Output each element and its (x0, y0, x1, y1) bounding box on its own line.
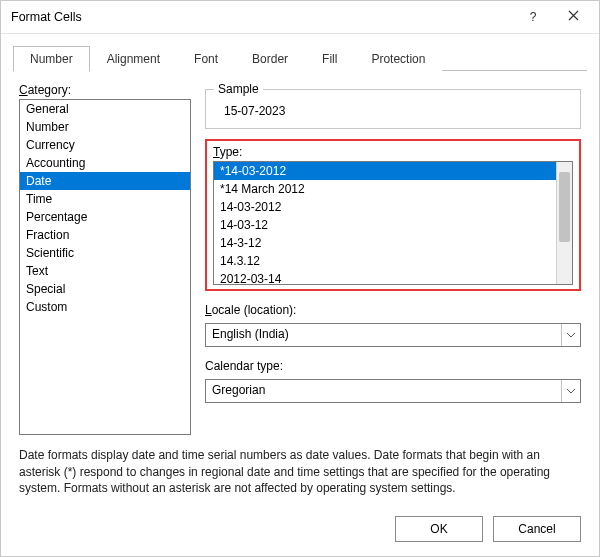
type-item[interactable]: 14-03-12 (214, 216, 556, 234)
close-icon (568, 10, 579, 24)
help-button[interactable]: ? (513, 3, 553, 31)
category-item-fraction[interactable]: Fraction (20, 226, 190, 244)
locale-label: Locale (location): (205, 303, 581, 317)
tab-number[interactable]: Number (13, 46, 90, 72)
type-item[interactable]: 14.3.12 (214, 252, 556, 270)
format-cells-dialog: Format Cells ? Number Alignment Font Bor… (0, 0, 600, 557)
category-item-number[interactable]: Number (20, 118, 190, 136)
category-item-text[interactable]: Text (20, 262, 190, 280)
type-label: Type: (213, 145, 573, 159)
category-item-accounting[interactable]: Accounting (20, 154, 190, 172)
dialog-buttons: OK Cancel (1, 506, 599, 556)
type-items: *14-03-2012 *14 March 2012 14-03-2012 14… (214, 162, 556, 284)
type-list[interactable]: *14-03-2012 *14 March 2012 14-03-2012 14… (213, 161, 573, 285)
category-item-general[interactable]: General (20, 100, 190, 118)
type-item[interactable]: 2012-03-14 (214, 270, 556, 285)
type-item[interactable]: 14-3-12 (214, 234, 556, 252)
type-scrollbar[interactable] (556, 162, 572, 284)
type-item[interactable]: *14 March 2012 (214, 180, 556, 198)
category-item-custom[interactable]: Custom (20, 298, 190, 316)
tabstrip: Number Alignment Font Border Fill Protec… (1, 34, 599, 71)
help-icon: ? (530, 10, 537, 24)
type-highlight: Type: *14-03-2012 *14 March 2012 14-03-2… (205, 139, 581, 291)
category-list[interactable]: General Number Currency Accounting Date … (19, 99, 191, 435)
tab-alignment[interactable]: Alignment (90, 46, 177, 71)
calendar-value: Gregorian (206, 380, 561, 402)
ok-button[interactable]: OK (395, 516, 483, 542)
category-item-date[interactable]: Date (20, 172, 190, 190)
titlebar: Format Cells ? (1, 1, 599, 34)
format-description: Date formats display date and time seria… (19, 447, 581, 496)
details-panel: Sample 15-07-2023 Type: *14-03-2012 *14 … (205, 83, 581, 435)
tab-font[interactable]: Font (177, 46, 235, 71)
tab-protection[interactable]: Protection (354, 46, 442, 71)
calendar-combo[interactable]: Gregorian (205, 379, 581, 403)
content-area: Category: General Number Currency Accoun… (19, 83, 581, 435)
category-item-scientific[interactable]: Scientific (20, 244, 190, 262)
sample-value: 15-07-2023 (218, 104, 568, 118)
tab-fill[interactable]: Fill (305, 46, 354, 71)
calendar-label: Calendar type: (205, 359, 581, 373)
type-item[interactable]: *14-03-2012 (214, 162, 556, 180)
category-item-currency[interactable]: Currency (20, 136, 190, 154)
type-item[interactable]: 14-03-2012 (214, 198, 556, 216)
dialog-body: Category: General Number Currency Accoun… (1, 71, 599, 506)
locale-combo[interactable]: English (India) (205, 323, 581, 347)
locale-value: English (India) (206, 324, 561, 346)
sample-group: Sample 15-07-2023 (205, 89, 581, 129)
scrollbar-thumb[interactable] (559, 172, 570, 242)
chevron-down-icon (561, 324, 580, 346)
dialog-title: Format Cells (11, 10, 513, 24)
close-button[interactable] (553, 3, 593, 31)
tab-border[interactable]: Border (235, 46, 305, 71)
cancel-button[interactable]: Cancel (493, 516, 581, 542)
category-panel: Category: General Number Currency Accoun… (19, 83, 191, 435)
category-item-special[interactable]: Special (20, 280, 190, 298)
category-item-percentage[interactable]: Percentage (20, 208, 190, 226)
chevron-down-icon (561, 380, 580, 402)
sample-label: Sample (214, 82, 263, 96)
category-label: Category: (19, 83, 191, 97)
category-item-time[interactable]: Time (20, 190, 190, 208)
